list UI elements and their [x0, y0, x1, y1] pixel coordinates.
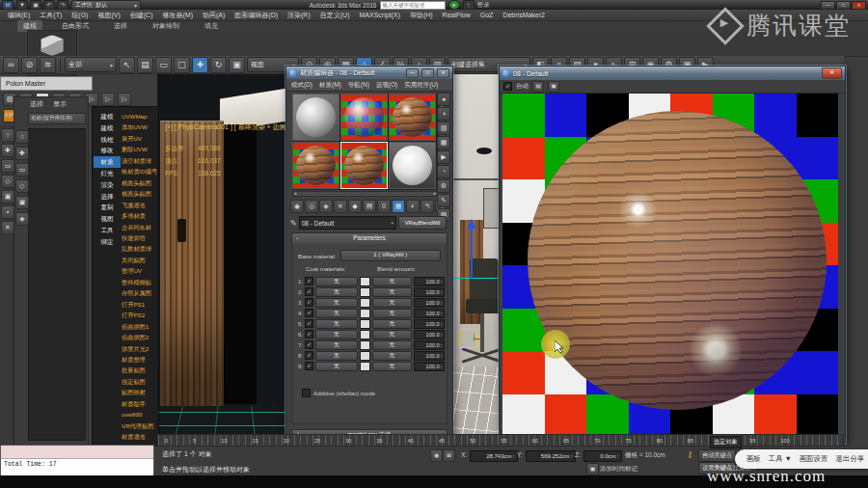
selection-lock-icon[interactable]: ⊠: [443, 449, 455, 462]
save-icon[interactable]: ▣: [30, 0, 41, 10]
sign-in-label[interactable]: 登录: [477, 1, 490, 10]
blend-color-swatch[interactable]: [360, 319, 370, 329]
category-item[interactable]: 修改: [95, 145, 120, 156]
menu-item[interactable]: 导航(N): [348, 81, 369, 90]
tool-item[interactable]: 存照从属图: [122, 287, 157, 298]
eyedropper-icon[interactable]: ✎: [290, 219, 297, 228]
coat-enable-checkbox[interactable]: ✓: [305, 309, 313, 317]
menu-item[interactable]: MAXScript(X): [359, 12, 399, 18]
tool-item[interactable]: 批量贴图: [122, 365, 157, 375]
spinner-arrows-icon[interactable]: ↕: [441, 353, 444, 359]
blend-color-swatch[interactable]: [360, 309, 370, 318]
explorer-grid-icon[interactable]: ▣: [15, 196, 29, 209]
coat-material-button[interactable]: 无: [315, 340, 358, 350]
blend-amount-spinner[interactable]: 100.0↕: [414, 287, 445, 297]
coat-enable-checkbox[interactable]: ✓: [305, 277, 313, 285]
spinner-arrows-icon[interactable]: ↕: [441, 342, 444, 348]
blend-amount-spinner[interactable]: 100.0↕: [414, 298, 445, 308]
strip-dot-icon[interactable]: •: [1, 205, 14, 219]
tool-item[interactable]: 多维材质: [122, 210, 157, 221]
coat-material-button[interactable]: 无: [315, 319, 358, 329]
material-sample-slot[interactable]: [340, 142, 388, 189]
blend-map-button[interactable]: 无: [372, 287, 413, 297]
spinner-arrows-icon[interactable]: ↕: [441, 321, 444, 327]
category-item[interactable]: 材质: [95, 156, 120, 168]
backlight-icon[interactable]: ◑: [437, 107, 450, 121]
menu-item[interactable]: 自定义(U): [320, 11, 350, 20]
close-button[interactable]: ✕: [437, 68, 449, 78]
blend-amount-spinner[interactable]: 100.0↕: [414, 351, 445, 361]
menu-item[interactable]: 修改器(M): [162, 11, 193, 20]
blend-color-swatch[interactable]: [360, 287, 370, 297]
show-end-result-icon[interactable]: ◐: [406, 200, 420, 213]
explorer-menu-select[interactable]: 选择: [30, 99, 43, 109]
blend-color-swatch[interactable]: [360, 362, 370, 371]
ribbon-tab[interactable]: 对象绘制: [147, 20, 185, 32]
spinner-arrows-icon[interactable]: ↕: [441, 289, 444, 295]
tool-item[interactable]: 贴图映射: [122, 387, 157, 397]
blend-map-button[interactable]: 无: [372, 330, 413, 339]
explorer-frame-icon[interactable]: ▭: [15, 163, 29, 176]
coat-material-button[interactable]: 无: [315, 362, 358, 371]
gizmo-y-axis[interactable]: [471, 229, 473, 279]
save-image-icon[interactable]: ▤: [532, 81, 544, 93]
explorer-name-column-header[interactable]: 名称(按升序排序): [28, 113, 86, 124]
share-toolbar-button[interactable]: 退出分享: [835, 454, 864, 464]
selected-object-dropdown[interactable]: 选定对象: [710, 436, 742, 448]
explorer-box-icon[interactable]: ◈: [15, 212, 29, 226]
tool-item[interactable]: 删除UVW: [122, 144, 157, 154]
select-and-scale-icon[interactable]: ▣: [229, 57, 245, 73]
coat-material-button[interactable]: 无: [315, 330, 358, 339]
viewport-label[interactable]: [+] [ PhysCamera001 ] [ 最终渲染 + 边面 ]: [165, 122, 290, 132]
blend-map-button[interactable]: 无: [372, 351, 413, 361]
spinner-arrows-icon[interactable]: ↕: [441, 279, 444, 285]
category-item[interactable]: 绑定: [95, 236, 120, 248]
time-tag-icon[interactable]: ▣: [586, 463, 599, 475]
menu-item[interactable]: 组(G): [71, 11, 88, 20]
app-menu-icon[interactable]: ▼: [16, 0, 28, 10]
unlink-selection-icon[interactable]: ⊘: [21, 57, 38, 73]
select-by-material-icon[interactable]: ✎: [437, 194, 450, 207]
close-button[interactable]: ✕: [822, 68, 842, 79]
explorer-menu-display[interactable]: 显示: [53, 99, 67, 109]
blend-color-swatch[interactable]: [360, 351, 370, 361]
x-coordinate-field[interactable]: 28.743cm↕: [470, 450, 518, 462]
tool-item[interactable]: uvw800: [122, 409, 157, 420]
render-window-title-bar[interactable]: 08 - Default ✕: [500, 67, 845, 80]
tool-item[interactable]: 关闭贴图: [122, 255, 157, 265]
strip-rect-icon[interactable]: ▭: [1, 159, 14, 173]
explorer-shape-icon[interactable]: ◇: [15, 179, 29, 193]
search-input[interactable]: [380, 1, 446, 10]
coat-material-button[interactable]: 无: [315, 351, 358, 361]
make-unique-icon[interactable]: ◆: [348, 200, 362, 213]
tool-item[interactable]: 整件模糊贴: [122, 277, 157, 287]
bind-to-space-warp-icon[interactable]: ≋: [40, 57, 56, 73]
category-item[interactable]: 渲染: [95, 179, 120, 191]
explorer-add-icon[interactable]: ✚: [15, 147, 29, 160]
ribbon-tab[interactable]: 选择: [108, 20, 133, 32]
material-type-button[interactable]: VRayBlendMtl: [398, 216, 447, 230]
put-to-library-icon[interactable]: ▤: [363, 200, 376, 213]
explorer-filter-icon[interactable]: ○: [15, 130, 29, 144]
redo-icon[interactable]: ↷: [57, 0, 68, 10]
category-item[interactable]: 工具: [95, 225, 120, 236]
coat-enable-checkbox[interactable]: ✓: [305, 298, 313, 307]
material-sample-slot[interactable]: [340, 94, 388, 141]
minimize-button[interactable]: —: [406, 68, 419, 78]
video-color-check-icon[interactable]: ▶: [437, 150, 450, 164]
blend-amount-spinner[interactable]: 100.0↕: [414, 362, 445, 371]
tool-item[interactable]: 材质通道: [122, 431, 157, 442]
tool-item[interactable]: 佰曲拼图2: [122, 332, 157, 342]
alert-icon[interactable]: !: [463, 0, 475, 10]
menu-item[interactable]: 动画(A): [203, 11, 225, 20]
share-toolbar-button[interactable]: 画面设置: [800, 454, 828, 464]
category-item[interactable]: 视图: [95, 213, 120, 225]
menu-item[interactable]: 图形编辑器(D): [234, 11, 278, 20]
menu-item[interactable]: RealFlow: [443, 12, 471, 18]
select-and-rotate-icon[interactable]: ↻: [210, 57, 227, 73]
tool-item[interactable]: 打开PS1: [122, 299, 157, 310]
strip-circle-icon[interactable]: ○: [1, 128, 14, 142]
menu-item[interactable]: 编辑(E): [8, 11, 30, 20]
macro-recorder-line[interactable]: [1, 446, 153, 459]
coat-enable-checkbox[interactable]: ✓: [305, 319, 313, 328]
